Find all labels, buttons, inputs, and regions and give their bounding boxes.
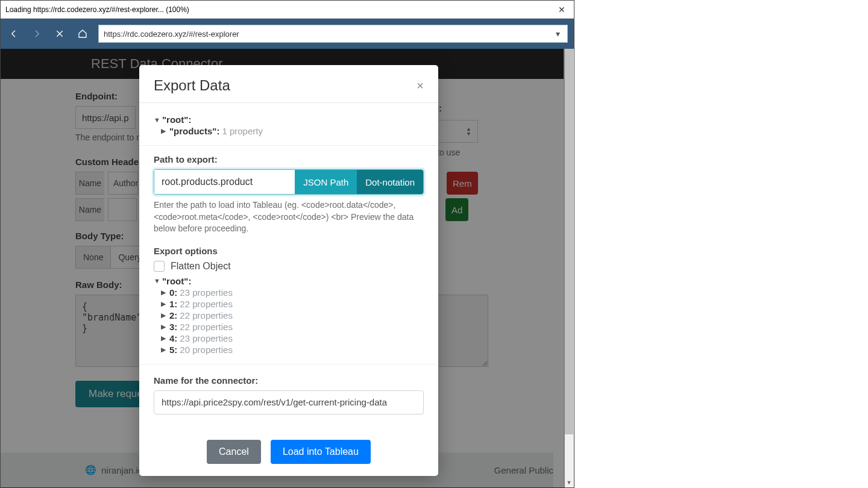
preview-item-key: 3: xyxy=(169,322,177,332)
path-input[interactable] xyxy=(154,170,295,194)
preview-item-key: 4: xyxy=(169,333,177,343)
scroll-thumb[interactable] xyxy=(565,49,573,434)
preview-tree-item[interactable]: ▶5: 20 properties xyxy=(161,344,424,355)
source-tree: ▼ "root": ▶ "products": 1 property xyxy=(154,114,424,137)
caret-right-icon[interactable]: ▶ xyxy=(161,300,167,308)
path-input-group: JSON Path Dot-notation xyxy=(154,169,424,195)
caret-down-icon[interactable]: ▼ xyxy=(154,277,160,284)
window-close-button[interactable]: ✕ xyxy=(555,5,569,14)
load-into-tableau-button[interactable]: Load into Tableau xyxy=(271,440,371,464)
preview-root[interactable]: ▼ "root": xyxy=(154,275,424,287)
preview-item-meta: 20 properties xyxy=(180,345,233,355)
tree-root-label: "root": xyxy=(162,114,191,125)
flatten-checkbox[interactable] xyxy=(154,261,165,272)
url-bar[interactable]: ▾ xyxy=(98,25,568,43)
preview-tree-item[interactable]: ▶1: 22 properties xyxy=(161,298,424,310)
forward-button[interactable] xyxy=(30,27,44,41)
url-input[interactable] xyxy=(104,30,553,39)
connector-name-label: Name for the connector: xyxy=(154,375,424,386)
tab-json-path[interactable]: JSON Path xyxy=(295,170,357,194)
tree-products-meta: 1 property xyxy=(222,126,263,136)
export-data-modal: Export Data × ▼ "root": ▶ "products": 1 … xyxy=(139,65,438,476)
export-options-title: Export options xyxy=(154,246,424,256)
preview-item-meta: 22 properties xyxy=(180,299,233,309)
preview-item-meta: 22 properties xyxy=(180,322,233,332)
tree-products[interactable]: ▶ "products": 1 property xyxy=(161,125,424,137)
connector-name-input[interactable] xyxy=(154,390,424,414)
modal-body: ▼ "root": ▶ "products": 1 property Path … xyxy=(139,103,438,476)
modal-close-button[interactable]: × xyxy=(417,79,424,93)
preview-tree-item[interactable]: ▶2: 22 properties xyxy=(161,310,424,321)
preview-root-label: "root": xyxy=(162,276,191,286)
scroll-down-icon[interactable]: ▼ xyxy=(564,477,574,487)
app-window: Loading https://rdc.codezero.xyz/#/rest-… xyxy=(0,0,574,488)
preview-item-key: 5: xyxy=(169,345,177,355)
preview-item-meta: 22 properties xyxy=(180,310,233,321)
preview-item-key: 2: xyxy=(169,310,177,321)
cancel-button[interactable]: Cancel xyxy=(207,440,261,464)
flatten-label: Flatten Object xyxy=(171,261,231,272)
preview-tree-item[interactable]: ▶3: 22 properties xyxy=(161,321,424,333)
preview-item-key: 1: xyxy=(169,299,177,309)
divider xyxy=(139,145,438,146)
modal-footer: Cancel Load into Tableau xyxy=(154,431,424,464)
divider xyxy=(139,364,438,364)
path-help-text: Enter the path to load into Tableau (eg.… xyxy=(154,199,424,235)
stop-button[interactable] xyxy=(52,27,67,41)
caret-right-icon[interactable]: ▶ xyxy=(161,323,167,331)
tree-products-label: "products": xyxy=(169,126,219,136)
flatten-option[interactable]: Flatten Object xyxy=(154,261,424,272)
caret-right-icon[interactable]: ▶ xyxy=(161,311,167,319)
browser-navbar: ▾ xyxy=(1,19,574,49)
tree-root[interactable]: ▼ "root": xyxy=(154,114,424,125)
caret-right-icon[interactable]: ▶ xyxy=(161,127,167,135)
preview-tree-item[interactable]: ▶4: 23 properties xyxy=(161,333,424,344)
caret-right-icon[interactable]: ▶ xyxy=(161,289,167,296)
path-label: Path to export: xyxy=(154,154,424,164)
preview-item-meta: 23 properties xyxy=(180,287,233,298)
preview-item-meta: 23 properties xyxy=(180,333,233,343)
preview-item-key: 0: xyxy=(169,287,177,298)
home-button[interactable] xyxy=(75,27,90,41)
preview-tree-item[interactable]: ▶0: 23 properties xyxy=(161,287,424,298)
window-title: Loading https://rdc.codezero.xyz/#/rest-… xyxy=(5,5,189,14)
caret-right-icon[interactable]: ▶ xyxy=(161,334,167,342)
modal-header: Export Data × xyxy=(139,65,438,103)
back-button[interactable] xyxy=(7,27,21,41)
modal-title: Export Data xyxy=(154,77,230,94)
vertical-scrollbar[interactable]: ▼ xyxy=(564,49,574,487)
url-dropdown-icon[interactable]: ▾ xyxy=(553,29,562,39)
titlebar: Loading https://rdc.codezero.xyz/#/rest-… xyxy=(1,1,574,19)
caret-right-icon[interactable]: ▶ xyxy=(161,346,167,354)
preview-tree: ▼ "root": ▶0: 23 properties▶1: 22 proper… xyxy=(154,275,424,355)
tab-dot-notation[interactable]: Dot-notation xyxy=(357,170,423,194)
caret-down-icon[interactable]: ▼ xyxy=(154,116,160,124)
